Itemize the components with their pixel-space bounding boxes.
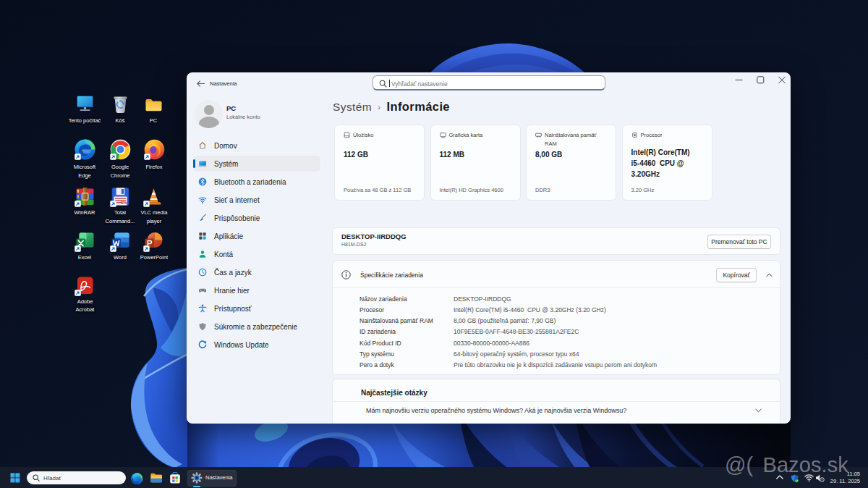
svg-text:6%: 6%	[121, 200, 127, 204]
